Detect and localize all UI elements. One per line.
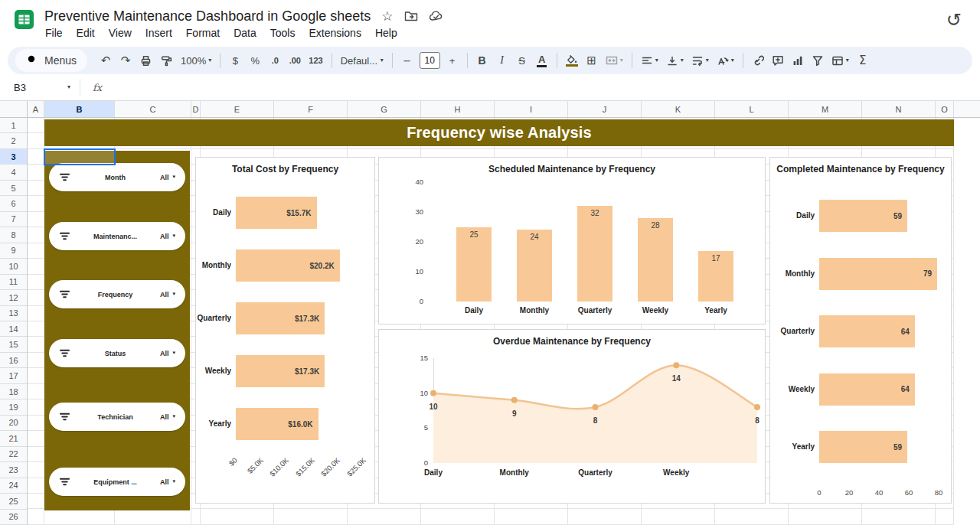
row-header-13[interactable]: 13 [0, 306, 27, 321]
menu-insert[interactable]: Insert [139, 24, 179, 41]
undo-button[interactable]: ↶ [96, 51, 115, 70]
document-title[interactable]: Preventive Maintenance Dashboard in Goog… [44, 8, 371, 24]
print-button[interactable] [136, 51, 155, 70]
star-icon[interactable]: ☆ [381, 8, 393, 24]
decrease-decimal-button[interactable]: .0 [266, 51, 284, 70]
row-header-9[interactable]: 9 [0, 243, 27, 259]
increase-font-size-button[interactable]: + [443, 51, 462, 70]
row-header-23[interactable]: 23 [0, 462, 27, 478]
select-all-corner[interactable] [0, 101, 28, 118]
paint-format-button[interactable] [157, 51, 176, 70]
row-header-19[interactable]: 19 [0, 399, 27, 415]
row-header-21[interactable]: 21 [0, 431, 27, 446]
increase-decimal-button[interactable]: .00 [286, 51, 304, 70]
column-header-g[interactable]: G [348, 101, 421, 117]
column-header-l[interactable]: L [715, 101, 789, 117]
row-header-15[interactable]: 15 [0, 337, 27, 352]
functions-button[interactable]: Σ [854, 51, 872, 70]
vertical-align-button[interactable]: ▾ [663, 51, 687, 70]
bold-button[interactable]: B [473, 51, 492, 70]
column-header-f[interactable]: F [274, 101, 348, 117]
text-wrap-button[interactable]: ▾ [688, 51, 712, 70]
create-filter-button[interactable] [808, 51, 827, 70]
filter-control-frequency[interactable]: FrequencyAll▾ [49, 280, 185, 308]
table-views-button[interactable]: ▾ [828, 51, 852, 70]
row-header-24[interactable]: 24 [0, 478, 27, 494]
row-header-2[interactable]: 2 [0, 133, 27, 148]
format-percent-button[interactable]: % [246, 51, 264, 70]
font-size-input[interactable]: 10 [420, 52, 440, 69]
filter-control-technician[interactable]: TechnicianAll▾ [49, 403, 185, 431]
zoom-dropdown[interactable]: 100%▾ [178, 51, 214, 70]
sheets-logo[interactable] [14, 9, 34, 33]
row-header-10[interactable]: 10 [0, 259, 27, 274]
menu-data[interactable]: Data [227, 24, 263, 41]
column-header-i[interactable]: I [495, 101, 568, 117]
strikethrough-button[interactable]: S [513, 51, 531, 70]
version-history-icon[interactable]: ↺ [946, 9, 962, 31]
column-header-b[interactable]: B [44, 101, 115, 117]
name-box[interactable]: B3 ▾ [0, 82, 80, 93]
italic-button[interactable]: I [493, 51, 511, 70]
chart-panel-overdue[interactable]: Overdue Maintenance by Frequency15105010… [378, 329, 766, 504]
insert-link-button[interactable] [749, 51, 767, 70]
cloud-status-icon[interactable] [429, 10, 444, 22]
menu-tools[interactable]: Tools [263, 24, 302, 41]
filter-control-maintenanc[interactable]: Maintenanc...All▾ [49, 222, 185, 250]
column-header-e[interactable]: E [201, 101, 274, 117]
row-header-8[interactable]: 8 [0, 227, 27, 243]
insert-comment-button[interactable] [769, 51, 787, 70]
formula-input[interactable] [114, 74, 980, 100]
column-header-c[interactable]: C [115, 101, 191, 117]
menu-help[interactable]: Help [368, 24, 404, 41]
chart-panel-total-cost[interactable]: Total Cost by FrequencyDaily$15.7KMonthl… [195, 157, 375, 504]
borders-button[interactable]: ⊞ [583, 51, 601, 70]
menu-extensions[interactable]: Extensions [302, 24, 368, 41]
column-header-a[interactable]: A [28, 101, 44, 117]
column-header-m[interactable]: M [789, 101, 862, 117]
menu-format[interactable]: Format [179, 24, 227, 41]
row-header-11[interactable]: 11 [0, 275, 27, 290]
format-currency-button[interactable]: $ [226, 51, 244, 70]
column-header-d[interactable]: D [191, 101, 201, 117]
column-header-o[interactable]: O [936, 101, 954, 117]
row-header-25[interactable]: 25 [0, 494, 27, 509]
filter-control-month[interactable]: MonthAll▾ [49, 163, 185, 191]
chart-panel-completed[interactable]: Completed Maintenance by FrequencyDaily5… [769, 157, 952, 504]
row-header-6[interactable]: 6 [0, 196, 27, 211]
row-header-3[interactable]: 3 [0, 149, 27, 165]
menu-view[interactable]: View [102, 24, 139, 41]
decrease-font-size-button[interactable]: − [398, 51, 416, 70]
filter-control-equipment[interactable]: Equipment ...All▾ [49, 468, 185, 496]
menu-edit[interactable]: Edit [70, 24, 102, 41]
row-header-20[interactable]: 20 [0, 416, 27, 431]
menu-file[interactable]: File [38, 24, 70, 41]
merge-cells-button[interactable]: ▾ [603, 51, 626, 70]
row-header-26[interactable]: 26 [0, 510, 27, 525]
chart-panel-scheduled[interactable]: Scheduled Maintenance by Frequency010203… [378, 157, 766, 324]
row-header-1[interactable]: 1 [0, 118, 27, 133]
row-header-18[interactable]: 18 [0, 384, 27, 399]
row-header-4[interactable]: 4 [0, 165, 27, 180]
redo-button[interactable]: ↷ [116, 51, 135, 70]
row-header-16[interactable]: 16 [0, 353, 27, 368]
row-header-5[interactable]: 5 [0, 181, 27, 196]
text-color-button[interactable]: A [533, 51, 551, 70]
menus-button[interactable]: Menus [15, 49, 87, 72]
column-header-h[interactable]: H [421, 101, 495, 117]
column-header-n[interactable]: N [862, 101, 936, 117]
horizontal-align-button[interactable]: ▾ [638, 51, 662, 70]
row-header-17[interactable]: 17 [0, 368, 27, 383]
row-header-7[interactable]: 7 [0, 212, 27, 227]
text-rotation-button[interactable]: ▾ [714, 51, 737, 70]
fill-color-button[interactable] [563, 51, 581, 70]
more-formats-button[interactable]: 123 [305, 51, 325, 70]
column-header-k[interactable]: K [642, 101, 715, 117]
row-header-14[interactable]: 14 [0, 321, 27, 337]
filter-control-status[interactable]: StatusAll▾ [49, 339, 185, 367]
move-folder-icon[interactable] [404, 10, 418, 22]
column-header-j[interactable]: J [568, 101, 642, 117]
insert-chart-button[interactable] [789, 51, 807, 70]
row-header-22[interactable]: 22 [0, 447, 27, 462]
font-dropdown[interactable]: Defaul...▾ [338, 51, 387, 70]
